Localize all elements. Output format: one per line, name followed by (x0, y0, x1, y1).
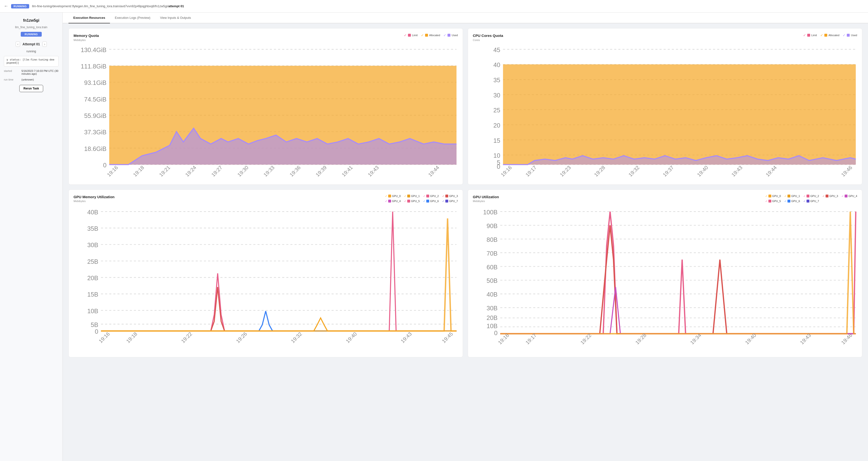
svg-text:111.8GiB: 111.8GiB (81, 63, 106, 70)
svg-marker-49 (503, 64, 856, 165)
svg-text:50B: 50B (487, 277, 498, 284)
svg-text:5B: 5B (91, 321, 98, 328)
started-value: 5/16/2023 7:16:03 PM UTC (30 minutes ago… (22, 69, 59, 75)
gpu-util-legend-row2: ✓GPU_5 ✓GPU_6 ✓GPU_7 (765, 199, 819, 203)
svg-text:30: 30 (493, 92, 500, 98)
attempt-nav: ‹ Attempt 01 › (4, 41, 59, 47)
sidebar-status-badge: RUNNING (21, 32, 42, 37)
svg-text:19:30: 19:30 (236, 164, 250, 178)
gpu-util-chart-title: GPU Utilization (473, 194, 499, 199)
svg-text:19:32: 19:32 (627, 164, 641, 178)
svg-text:90B: 90B (487, 222, 498, 229)
svg-text:19:23: 19:23 (559, 164, 572, 178)
started-label: started (4, 69, 20, 75)
svg-text:0: 0 (95, 328, 98, 335)
svg-text:40: 40 (493, 61, 500, 68)
svg-text:19:40: 19:40 (696, 164, 709, 178)
gpu-util-chart-area: 100B 90B 80B 70B 60B 50B 40B 30B 20B 10B… (473, 205, 857, 352)
svg-text:35B: 35B (87, 225, 98, 232)
svg-text:19:16: 19:16 (500, 164, 513, 178)
svg-text:0: 0 (494, 330, 497, 336)
svg-text:20: 20 (493, 122, 500, 128)
svg-text:10: 10 (493, 152, 500, 159)
svg-text:19:33: 19:33 (262, 164, 276, 178)
cpu-chart-legend: ✓ Limit ✓ Allocated ✓ Used (803, 33, 857, 37)
svg-text:20B: 20B (487, 314, 498, 321)
rerun-task-button[interactable]: Rerun Task (19, 85, 43, 92)
gpu-memory-chart-unit: Mebibytes (73, 199, 115, 203)
svg-text:30B: 30B (487, 305, 498, 311)
tab-view-inputs-outputs[interactable]: View Inputs & Outputs (155, 12, 196, 23)
svg-text:19:16: 19:16 (98, 331, 111, 344)
legend-limit: ✓ Limit (404, 33, 417, 37)
svg-text:80B: 80B (487, 236, 498, 243)
gpu-memory-chart: GPU Memory Utilization Mebibytes ✓GPU_0 … (68, 189, 463, 357)
status-badge: RUNNING (11, 4, 29, 8)
svg-text:25B: 25B (87, 258, 98, 265)
svg-text:19:40: 19:40 (345, 331, 358, 344)
svg-text:19:28: 19:28 (593, 164, 607, 178)
topbar: ← RUNNING llm-fine-tuning/development/.f… (0, 0, 868, 12)
svg-text:15: 15 (493, 137, 500, 144)
svg-text:37.3GiB: 37.3GiB (84, 129, 106, 135)
svg-text:55.9GiB: 55.9GiB (84, 112, 106, 119)
prev-attempt-button[interactable]: ‹ (16, 41, 20, 47)
svg-text:19:18: 19:18 (132, 164, 145, 178)
svg-text:60B: 60B (487, 264, 498, 270)
tab-execution-resources[interactable]: Execution Resources (68, 12, 110, 23)
svg-text:15B: 15B (87, 291, 98, 298)
svg-text:19:17: 19:17 (524, 164, 538, 178)
memory-chart-legend: ✓ Limit ✓ Allocated ✓ Used (404, 33, 458, 37)
gpu-memory-legend-row2: ✓GPU_4 ✓GPU_5 ✓GPU_6 ✓GPU_7 (385, 199, 458, 203)
svg-text:19:44: 19:44 (427, 164, 440, 178)
svg-text:0: 0 (103, 162, 106, 168)
cpu-quota-chart: CPU Cores Quota Cores ✓ Limit ✓ Allocate… (468, 28, 862, 185)
svg-text:19:45: 19:45 (441, 331, 454, 344)
svg-text:19:24: 19:24 (184, 164, 197, 178)
cpu-chart-unit: Cores (473, 38, 503, 41)
svg-text:19:22: 19:22 (180, 331, 193, 344)
main-layout: fn1zw5gi llm_fine_tuning_lora.train RUNN… (0, 12, 868, 461)
svg-text:74.5GiB: 74.5GiB (84, 96, 106, 102)
svg-text:40B: 40B (87, 209, 98, 216)
svg-text:19:41: 19:41 (341, 164, 354, 178)
svg-text:19:43: 19:43 (730, 164, 744, 178)
sidebar: fn1zw5gi llm_fine_tuning_lora.train RUNN… (0, 12, 63, 461)
tab-execution-logs[interactable]: Execution Logs (Preview) (110, 12, 155, 23)
gpu-util-legend-row1: ✓GPU_0 ✓GPU_1 ✓GPU_2 ✓GPU_3 ✓GPU_4 (765, 194, 857, 198)
svg-text:35: 35 (493, 77, 500, 84)
svg-text:30B: 30B (87, 242, 98, 248)
svg-text:19:43: 19:43 (367, 164, 380, 178)
runtime-row: run time (unknown) (4, 78, 59, 81)
sidebar-title: fn1zw5gi (4, 18, 59, 23)
svg-text:130.4GiB: 130.4GiB (81, 46, 106, 53)
back-button[interactable]: ← (4, 4, 8, 9)
memory-chart-area: 130.4GiB 111.8GiB 93.1GiB 74.5GiB 55.9Gi… (73, 42, 458, 180)
attempt-status: running (4, 50, 59, 53)
gpu-util-chart-unit: Mebibytes (473, 199, 499, 203)
sidebar-subtitle: llm_fine_tuning_lora.train (4, 26, 59, 29)
svg-text:0: 0 (497, 163, 500, 170)
svg-text:45: 45 (493, 46, 500, 53)
svg-text:19:27: 19:27 (210, 164, 223, 178)
svg-text:10B: 10B (487, 322, 498, 329)
memory-chart-unit: Mebibytes (73, 38, 99, 41)
svg-text:19:46: 19:46 (840, 164, 854, 178)
svg-text:93.1GiB: 93.1GiB (84, 79, 106, 86)
next-attempt-button[interactable]: › (42, 41, 47, 47)
svg-text:70B: 70B (487, 250, 498, 256)
legend-allocated: ✓ Allocated (421, 33, 440, 37)
svg-text:19:26: 19:26 (235, 331, 248, 344)
svg-text:19:16: 19:16 (106, 164, 119, 178)
tabs-bar: Execution Resources Execution Logs (Prev… (63, 12, 868, 23)
started-row: started 5/16/2023 7:16:03 PM UTC (30 min… (4, 69, 59, 75)
svg-text:19:21: 19:21 (158, 164, 172, 178)
attempt-label: Attempt 01 (23, 42, 40, 46)
svg-text:19:18: 19:18 (125, 331, 138, 344)
breadcrumb: llm-fine-tuning/development/.flytegen.ll… (32, 4, 184, 8)
cpu-chart-area: 45 40 35 30 25 20 15 10 5 0 (473, 42, 857, 180)
runtime-label: run time (4, 78, 20, 81)
legend-used: ✓ Used (443, 33, 458, 37)
svg-text:19:36: 19:36 (289, 164, 302, 178)
gpu-memory-chart-title: GPU Memory Utilization (73, 194, 115, 199)
